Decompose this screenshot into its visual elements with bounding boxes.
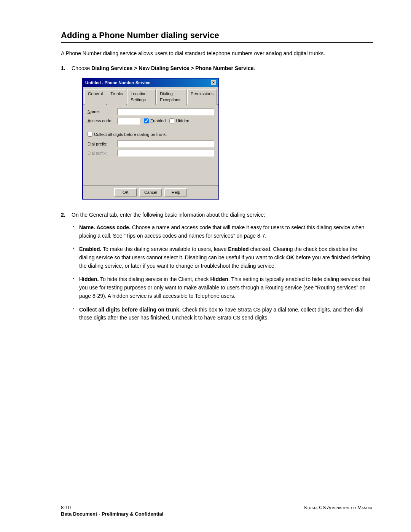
step-1-text-prefix: Choose (72, 65, 91, 71)
page-number: 8-10 (61, 505, 71, 510)
bullet-2-term3: OK (286, 254, 294, 260)
bullet-2-term: Enabled. (79, 246, 101, 252)
dial-prefix-label: Dial prefix: (88, 141, 115, 147)
footer-top-row: 8-10 Strata CS Administrator Manual (61, 502, 373, 510)
step-1: 1. Choose Dialing Services > New Dialing… (61, 64, 373, 205)
step-1-text-bold: Dialing Services > New Dialing Service >… (91, 65, 253, 71)
footer-bottom-row: Beta Document - Preliminary & Confidenti… (61, 511, 373, 517)
name-input[interactable] (117, 109, 214, 115)
step-2-content: On the General tab, enter the following … (72, 211, 373, 328)
intro-paragraph: A Phone Number dialing service allows us… (61, 50, 373, 58)
separator-1 (88, 127, 214, 130)
numbered-steps-list: 1. Choose Dialing Services > New Dialing… (61, 64, 373, 328)
bullet-4-term: Collect all digits before dialing on tru… (79, 307, 181, 313)
manual-title: Strata CS Administrator Manual (304, 505, 373, 510)
hidden-checkbox[interactable] (169, 118, 174, 123)
dialog-title: Untitled - Phone Number Service (85, 80, 150, 86)
dial-suffix-row: Dial suffix: (88, 150, 214, 157)
page-container: Adding a Phone Number dialing service A … (0, 0, 411, 532)
bullet-hidden: Hidden. To hide this dialing service in … (72, 275, 373, 300)
page-footer: 8-10 Strata CS Administrator Manual Beta… (0, 502, 411, 517)
bullet-3-term2: Hidden (210, 276, 228, 282)
dialog-screenshot: Untitled - Phone Number Service ✕ Genera… (82, 78, 219, 200)
hidden-checkbox-group: Hidden (169, 118, 189, 124)
cancel-button[interactable]: Cancel (139, 188, 162, 197)
hidden-label: Hidden (176, 118, 189, 124)
dialog-spacer (88, 159, 214, 182)
dialog-window: Untitled - Phone Number Service ✕ Genera… (82, 78, 219, 200)
bullet-name-access: Name. Access code. Choose a name and acc… (72, 224, 373, 240)
step-2-number: 2. (61, 211, 68, 328)
collect-digits-label: Collect all digits before dialing on tru… (94, 131, 167, 138)
dialog-titlebar: Untitled - Phone Number Service ✕ (83, 78, 218, 87)
access-code-row: Access code: Enabled Hidden (88, 118, 214, 125)
dial-prefix-row: Dial prefix: (88, 141, 214, 147)
step-2-instruction: On the General tab, enter the following … (72, 212, 265, 218)
bullet-3-term: Hidden. (79, 276, 99, 282)
bullet-enabled: Enabled. To make this dialing service av… (72, 245, 373, 270)
collect-digits-checkbox[interactable] (88, 132, 92, 137)
bullet-collect-digits: Collect all digits before dialing on tru… (72, 306, 373, 322)
tab-permissions[interactable]: Permissions (187, 89, 217, 105)
tab-general[interactable]: General (84, 89, 106, 105)
bullet-descriptions: Name. Access code. Choose a name and acc… (72, 224, 373, 322)
confidential-text: Beta Document - Preliminary & Confidenti… (61, 511, 163, 517)
step-1-text-suffix: . (254, 65, 255, 71)
bullet-3-text1: To hide this dialing service in the Clie… (100, 276, 210, 282)
access-code-input[interactable] (117, 118, 140, 125)
bullet-2-text1: To make this dialing service available t… (103, 246, 228, 252)
dial-prefix-input[interactable] (117, 141, 214, 147)
access-code-label: Access code: (88, 118, 115, 124)
enabled-checkbox-group: Enabled (144, 118, 166, 124)
tab-location-settings[interactable]: Location Settings (127, 89, 156, 105)
collect-digits-row: Collect all digits before dialing on tru… (88, 131, 214, 138)
bullet-2-term2: Enabled (228, 246, 249, 252)
step-2: 2. On the General tab, enter the followi… (61, 211, 373, 328)
step-1-number: 1. (61, 64, 68, 205)
name-row: Name: (88, 109, 214, 115)
titlebar-icons: ✕ (211, 80, 216, 85)
tab-trunks[interactable]: Trunks (107, 89, 126, 105)
enabled-checkbox[interactable] (144, 118, 149, 123)
dialog-tabs: General Trunks Location Settings Dialing… (83, 87, 218, 105)
enabled-label: Enabled (150, 118, 166, 124)
help-button[interactable]: Help (164, 188, 187, 197)
step-1-content: Choose Dialing Services > New Dialing Se… (72, 64, 373, 205)
close-button[interactable]: ✕ (211, 80, 216, 85)
bullet-1-term: Name. Access code. (79, 224, 131, 230)
dialog-footer: OK Cancel Help (83, 185, 218, 199)
tab-dialing-exceptions[interactable]: Dialing Exceptions (156, 89, 186, 105)
name-label: Name: (88, 109, 115, 115)
ok-button[interactable]: OK (114, 188, 137, 197)
dial-suffix-input[interactable] (117, 150, 214, 157)
dialog-body: Name: Access code: Enabled (83, 105, 218, 186)
dial-suffix-label: Dial suffix: (88, 150, 115, 157)
section-heading: Adding a Phone Number dialing service (61, 30, 373, 43)
